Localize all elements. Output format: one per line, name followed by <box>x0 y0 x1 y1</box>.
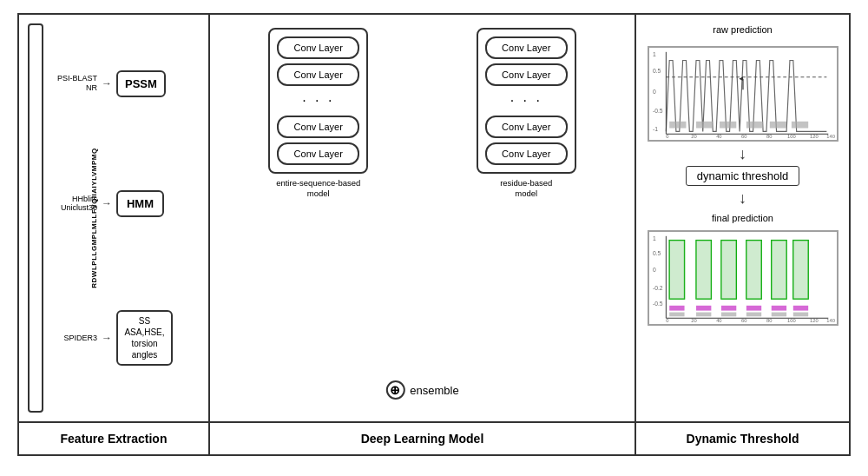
ensemble-label: ensemble <box>410 384 458 397</box>
svg-rect-52 <box>771 306 786 311</box>
conv-layer-2-2: Conv Layer <box>485 63 568 86</box>
psiblast-label: PSI-BLASTNR <box>54 74 97 93</box>
svg-text:80: 80 <box>766 318 771 323</box>
svg-rect-41 <box>720 241 735 299</box>
raw-prediction-chart: 1 0.5 0 -0.5 -1 0 20 40 60 80 100 120 14… <box>648 46 838 142</box>
svg-text:0.5: 0.5 <box>652 250 661 256</box>
diagram-area: RDWLPLLGMPLMLLFVQIIAIYLVMPMQ PSI-BLASTNR… <box>19 15 849 423</box>
threshold-content: raw prediction 1 0.5 0 -0.5 -1 0 20 40 6… <box>636 15 849 421</box>
dots-1: · · · <box>302 93 334 109</box>
hhblits-label: HHblitsUniclust30 <box>54 195 97 214</box>
models-container: Conv Layer Conv Layer · · · Conv Layer C… <box>210 15 635 200</box>
svg-text:-0.5: -0.5 <box>652 108 662 114</box>
conv-layer-1-3: Conv Layer <box>277 116 359 138</box>
labels-row: Feature Extraction Deep Learning Model D… <box>19 423 849 454</box>
label-dyn: Dynamic Threshold <box>636 423 849 454</box>
section-feature: RDWLPLLGMPLMLLFVQIIAIYLVMPMQ PSI-BLASTNR… <box>19 15 210 421</box>
svg-rect-18 <box>746 122 762 129</box>
feature-content: RDWLPLLGMPLMLLFVQIIAIYLVMPMQ PSI-BLASTNR… <box>19 15 208 421</box>
svg-rect-48 <box>669 306 684 311</box>
svg-text:120: 120 <box>810 134 819 139</box>
svg-rect-17 <box>720 122 736 129</box>
svg-rect-19 <box>769 122 786 129</box>
label-deep: Deep Learning Model <box>210 423 636 454</box>
svg-rect-16 <box>696 122 713 129</box>
model1-box: Conv Layer Conv Layer · · · Conv Layer C… <box>268 28 368 174</box>
hmm-box: HMM <box>116 190 164 217</box>
raw-prediction-label: raw prediction <box>713 24 772 35</box>
svg-rect-37 <box>669 241 684 299</box>
svg-text:100: 100 <box>787 318 796 323</box>
model2-label: residue-basedmodel <box>500 178 552 200</box>
label-feature: Feature Extraction <box>19 423 210 454</box>
svg-rect-59 <box>792 313 807 317</box>
svg-text:0: 0 <box>666 318 668 323</box>
conv-layer-1-4: Conv Layer <box>277 142 359 165</box>
feature-row-pssm: PSI-BLASTNR → PSSM <box>54 70 204 97</box>
svg-text:60: 60 <box>741 318 746 323</box>
model2-box: Conv Layer Conv Layer · · · Conv Layer C… <box>477 28 576 174</box>
svg-text:80: 80 <box>766 134 771 139</box>
svg-rect-56 <box>720 313 735 317</box>
svg-rect-45 <box>771 241 786 299</box>
svg-rect-15 <box>669 122 686 129</box>
arrow-ss: → <box>102 332 112 344</box>
ensemble-circle: ⊕ <box>385 380 404 400</box>
svg-text:1: 1 <box>652 235 655 241</box>
arrow-down-1: ↓ <box>739 146 746 162</box>
conv-layer-2-1: Conv Layer <box>485 36 568 59</box>
svg-rect-47 <box>792 241 807 299</box>
arrow-pssm: → <box>102 77 112 89</box>
main-container: RDWLPLLGMPLMLLFVQIIAIYLVMPMQ PSI-BLASTNR… <box>17 13 851 456</box>
conv-layer-1-2: Conv Layer <box>277 63 359 86</box>
feature-row-hmm: HHblitsUniclust30 → HMM <box>54 190 204 217</box>
svg-rect-39 <box>696 241 711 299</box>
svg-text:60: 60 <box>741 134 746 139</box>
conv-layer-2-4: Conv Layer <box>485 142 568 165</box>
sequence-border <box>28 23 43 413</box>
svg-text:-0.5: -0.5 <box>652 301 662 307</box>
dots-2: · · · <box>510 93 542 109</box>
dynamic-threshold-label: dynamic threshold <box>686 166 800 186</box>
svg-rect-57 <box>746 313 760 317</box>
svg-text:0.5: 0.5 <box>652 68 661 74</box>
svg-text:120: 120 <box>810 318 819 323</box>
svg-text:140: 140 <box>826 134 835 139</box>
spider3-label: SPIDER3 <box>54 334 97 343</box>
svg-rect-51 <box>746 306 760 311</box>
svg-text:0: 0 <box>652 89 655 95</box>
feature-rows: PSI-BLASTNR → PSSM HHblitsUniclust30 → H… <box>49 15 208 421</box>
svg-text:-1: -1 <box>652 126 657 132</box>
final-prediction-label: final prediction <box>712 213 773 223</box>
ss-box: SSASA,HSE,torsionangles <box>116 310 173 366</box>
svg-text:0: 0 <box>666 134 668 139</box>
arrow-down-2: ↓ <box>739 190 746 206</box>
model1-label: entire-sequence-basedmodel <box>276 178 360 200</box>
svg-text:1: 1 <box>652 51 655 57</box>
svg-rect-49 <box>696 306 711 311</box>
ensemble-row: ⊕ ensemble <box>385 380 458 400</box>
svg-rect-43 <box>746 241 760 299</box>
deep-content: Conv Layer Conv Layer · · · Conv Layer C… <box>210 15 635 421</box>
svg-text:140: 140 <box>826 318 835 323</box>
feature-row-ss: SPIDER3 → SSASA,HSE,torsionangles <box>54 310 204 366</box>
conv-layer-1-1: Conv Layer <box>277 36 359 59</box>
svg-rect-55 <box>696 313 711 317</box>
svg-rect-54 <box>669 313 684 317</box>
svg-text:40: 40 <box>716 134 721 139</box>
svg-rect-50 <box>720 306 735 311</box>
svg-rect-20 <box>791 122 807 129</box>
svg-text:-0.2: -0.2 <box>652 285 662 291</box>
pssm-box: PSSM <box>116 70 166 97</box>
conv-layer-2-3: Conv Layer <box>485 116 568 138</box>
svg-text:100: 100 <box>787 134 796 139</box>
svg-text:0: 0 <box>652 267 655 273</box>
section-deep: Conv Layer Conv Layer · · · Conv Layer C… <box>210 15 636 421</box>
final-prediction-chart: 1 0.5 0 -0.2 -0.5 0 20 40 60 80 100 120 … <box>648 230 838 326</box>
svg-rect-53 <box>792 306 807 311</box>
svg-text:20: 20 <box>691 134 696 139</box>
arrow-hmm: → <box>102 197 112 209</box>
svg-text:20: 20 <box>691 318 696 323</box>
svg-rect-58 <box>771 313 786 317</box>
svg-text:40: 40 <box>716 318 721 323</box>
